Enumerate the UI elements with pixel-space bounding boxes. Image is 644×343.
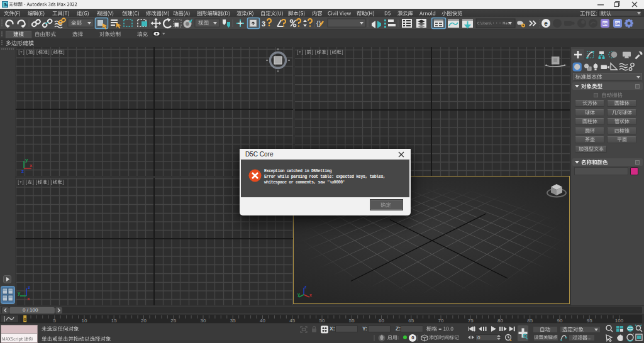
svg-text:25: 25 [170,318,176,324]
svg-text:e: e [544,20,548,27]
svg-text:75: 75 [468,318,474,324]
svg-text:x: x [309,293,312,297]
svg-text:55: 55 [349,318,355,324]
svg-text:40: 40 [260,318,265,324]
svg-text:95: 95 [587,318,592,324]
svg-text:0: 0 [24,317,26,322]
svg-text:y: y [297,292,300,297]
svg-text:80: 80 [497,318,503,324]
svg-text:30: 30 [201,318,206,324]
svg-text:20: 20 [141,318,147,324]
svg-text:D5: D5 [615,22,620,26]
svg-text:z: z [21,168,24,174]
svg-text:50: 50 [319,318,325,324]
svg-text:90: 90 [557,318,563,324]
svg-text:3: 3 [262,20,265,28]
svg-text:z: z [28,285,30,290]
svg-text:{}: {} [316,19,321,27]
svg-text:3: 3 [4,3,6,7]
svg-text:5: 5 [53,318,57,324]
svg-text:60: 60 [379,318,384,324]
svg-text:15: 15 [111,318,117,324]
svg-text:70: 70 [438,318,444,324]
svg-text:y: y [18,290,21,296]
svg-text:x: x [27,296,30,302]
svg-text:x: x [30,163,33,168]
svg-text:35: 35 [230,318,236,324]
svg-text:10: 10 [82,318,87,324]
svg-text:y: y [25,157,28,163]
svg-text:z: z [304,285,307,289]
svg-text:45: 45 [289,318,295,324]
svg-text:100: 100 [615,318,624,324]
svg-text:85: 85 [527,318,533,324]
svg-text:D5: D5 [602,22,608,26]
svg-text:65: 65 [408,318,414,324]
